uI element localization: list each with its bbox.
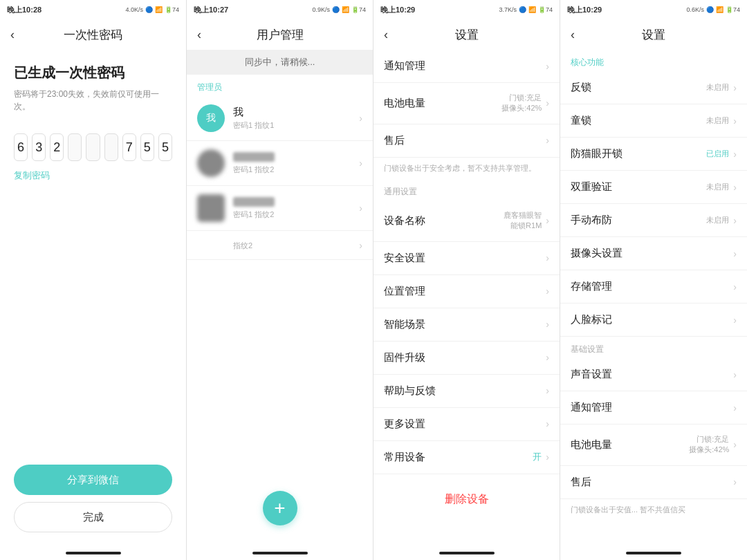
otp-digit-7: 5 — [140, 133, 154, 161]
chevron-firmware: › — [546, 352, 549, 363]
settings-item-manual-defense[interactable]: 手动布防 未启用 › — [560, 204, 747, 237]
battery-label-r: 电池电量 — [571, 438, 689, 451]
user-item-1[interactable]: 密码1 指纹2 › — [187, 141, 373, 186]
otp-digit-5 — [104, 133, 118, 161]
settings-item-aftersales[interactable]: 售后 › — [374, 124, 560, 158]
otp-digit-1: 3 — [32, 133, 46, 161]
home-indicator-2 — [187, 546, 373, 560]
core-section-label: 核心功能 — [560, 50, 747, 71]
settings-list-right: 核心功能 反锁 未启用 › 童锁 未启用 › 防猫眼开锁 已启用 › 双重验证 … — [560, 50, 747, 546]
home-bar-4 — [626, 552, 681, 554]
settings-item-battery[interactable]: 电池电量 门锁:充足摄像头:42% › — [374, 83, 560, 124]
user-item-2[interactable]: 密码1 指纹2 › — [187, 186, 373, 231]
status-icons-2: 0.9K/s 🔵 📶 🔋74 — [312, 6, 366, 13]
bluetooth-icon-3: 🔵 — [519, 6, 526, 13]
battery-icon-2: 🔋74 — [351, 6, 366, 13]
user-info-3: 指纹2 — [197, 239, 252, 251]
otp-digit-8: 5 — [158, 133, 172, 161]
settings-item-location[interactable]: 位置管理 › — [374, 275, 560, 308]
back-button-3[interactable]: ‹ — [384, 28, 388, 42]
signal-icon-3: 📶 — [528, 6, 536, 13]
user-sub-3: 指纹2 — [233, 241, 252, 251]
nav-bar-1: ‹ 一次性密码 — [0, 19, 186, 50]
settings-item-aftersales-r[interactable]: 售后 › — [560, 466, 747, 499]
chevron-face-tag: › — [733, 315, 737, 326]
peephole-label: 防猫眼开锁 — [571, 147, 706, 160]
settings-item-help[interactable]: 帮助与反馈 › — [374, 375, 560, 408]
status-bar-2: 晚上10:27 0.9K/s 🔵 📶 🔋74 — [187, 0, 373, 19]
share-wechat-button[interactable]: 分享到微信 — [14, 465, 172, 495]
settings-item-child-lock[interactable]: 童锁 未启用 › — [560, 104, 747, 138]
aftersales-label: 售后 — [384, 134, 546, 147]
time-2: 晚上10:27 — [194, 5, 228, 15]
copy-password-link[interactable]: 复制密码 — [14, 169, 172, 182]
user-list-scroll[interactable]: 管理员 我 我 密码1 指纹1 › 密码1 指纹2 › 密码1 指纹2 — [187, 75, 373, 546]
home-indicator-1 — [0, 546, 186, 560]
user-info-me: 我 密码1 指纹1 — [233, 106, 274, 131]
bluetooth-icon-2: 🔵 — [332, 6, 340, 13]
user-item-me[interactable]: 我 我 密码1 指纹1 › — [187, 96, 373, 141]
battery-label: 电池电量 — [384, 97, 501, 110]
panel-settings-right: 晚上10:29 0.6K/s 🔵 📶 🔋74 ‹ 设置 核心功能 反锁 未启用 … — [560, 0, 747, 560]
back-button-1[interactable]: ‹ — [10, 28, 15, 42]
battery-icon-1: 🔋74 — [165, 6, 179, 13]
user-avatar-me: 我 — [197, 104, 225, 132]
network-icon-1: 4.0K/s — [125, 6, 143, 13]
chevron-location: › — [546, 286, 549, 297]
settings-item-more[interactable]: 更多设置 › — [374, 408, 560, 441]
chevron-notification: › — [546, 61, 549, 72]
delete-device-button[interactable]: 删除设备 — [384, 485, 549, 515]
settings-item-dual-verify[interactable]: 双重验证 未启用 › — [560, 171, 747, 204]
chevron-reverse-lock: › — [733, 82, 737, 93]
user-item-3[interactable]: 指纹2 › — [187, 231, 373, 260]
otp-digit-6: 7 — [122, 133, 136, 161]
signal-icon-2: 📶 — [342, 6, 349, 13]
notification-label-r: 通知管理 — [571, 401, 733, 414]
settings-item-face-tag[interactable]: 人脸标记 › — [560, 304, 747, 337]
panel-user-management: 晚上10:27 0.9K/s 🔵 📶 🔋74 ‹ 用户管理 同步中，请稍候...… — [187, 0, 374, 560]
basic-section-label: 基础设置 — [560, 337, 747, 358]
settings-item-storage[interactable]: 存储管理 › — [560, 270, 747, 304]
chevron-security: › — [546, 252, 549, 263]
firmware-label: 固件升级 — [384, 351, 546, 364]
back-button-2[interactable]: ‹ — [197, 28, 201, 42]
back-button-4[interactable]: ‹ — [571, 28, 575, 42]
settings-item-security[interactable]: 安全设置 › — [374, 242, 560, 275]
otp-digit-4 — [86, 133, 100, 161]
chevron-scene: › — [546, 319, 549, 330]
device-name-label: 设备名称 — [384, 214, 504, 227]
settings-item-camera-settings[interactable]: 摄像头设置 › — [560, 237, 747, 270]
settings-item-peephole[interactable]: 防猫眼开锁 已启用 › — [560, 138, 747, 171]
dual-verify-label: 双重验证 — [571, 180, 706, 194]
chevron-battery: › — [546, 97, 549, 109]
chevron-help: › — [546, 385, 549, 396]
add-user-button[interactable]: + — [263, 491, 297, 525]
settings-item-firmware[interactable]: 固件升级 › — [374, 342, 560, 375]
share-notice: 门锁设备出于安全考虑，暂不支持共享管理。 — [374, 158, 560, 179]
signal-icon-4: 📶 — [716, 6, 723, 13]
otp-digit-2: 2 — [50, 133, 64, 161]
done-button[interactable]: 完成 — [14, 502, 172, 532]
nav-bar-2: ‹ 用户管理 — [187, 19, 373, 50]
settings-item-battery-r[interactable]: 电池电量 门锁:充足摄像头:42% › — [560, 424, 747, 466]
home-indicator-4 — [560, 546, 747, 560]
chevron-battery-r: › — [733, 439, 737, 450]
settings-item-notification[interactable]: 通知管理 › — [374, 50, 560, 83]
battery-icon-4: 🔋74 — [726, 6, 740, 13]
settings-list-left: 通知管理 › 电池电量 门锁:充足摄像头:42% › 售后 › 门锁设备出于安全… — [374, 50, 560, 546]
manual-defense-label: 手动布防 — [571, 214, 706, 227]
panel-settings-left: 晚上10:29 3.7K/s 🔵 📶 🔋74 ‹ 设置 通知管理 › 电池电量 … — [374, 0, 560, 560]
battery-value: 门锁:充足摄像头:42% — [501, 93, 542, 114]
settings-item-common-device[interactable]: 常用设备 开 › — [374, 441, 560, 474]
otp-content: 已生成一次性密码 密码将于23:00失效，失效前仅可使用一次。 6 3 2 7 … — [0, 50, 186, 454]
home-bar-1 — [66, 552, 121, 554]
network-speed-4: 0.6K/s — [686, 6, 704, 13]
settings-item-device-name[interactable]: 设备名称 鹿客猫眼智能锁R1M › — [374, 200, 560, 242]
manual-defense-value: 未启用 — [706, 215, 729, 225]
signal-icon-1: 📶 — [155, 6, 163, 13]
settings-item-notification-r[interactable]: 通知管理 › — [560, 391, 747, 424]
settings-item-sound[interactable]: 声音设置 › — [560, 358, 747, 391]
time-4: 晚上10:29 — [567, 5, 602, 15]
settings-item-reverse-lock[interactable]: 反锁 未启用 › — [560, 71, 747, 104]
settings-item-scene[interactable]: 智能场景 › — [374, 308, 560, 342]
